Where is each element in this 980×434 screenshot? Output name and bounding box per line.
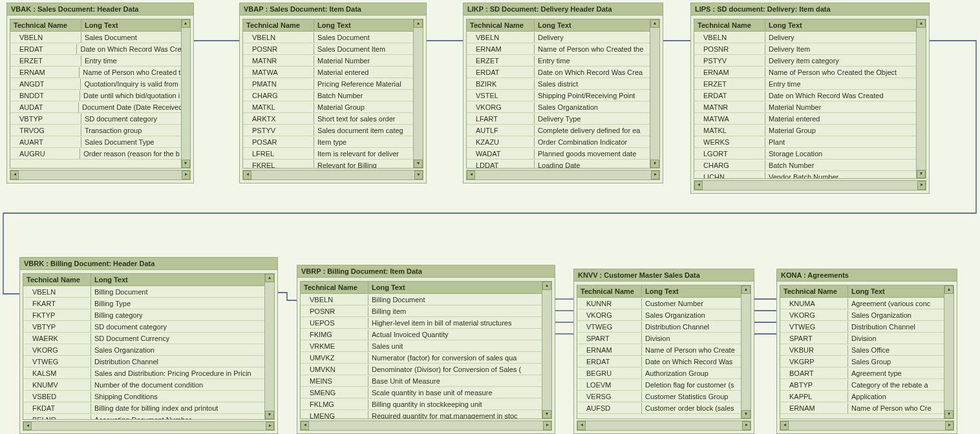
scroll-left-button[interactable]: ◂: [243, 170, 251, 180]
table-row[interactable]: VBELNDelivery: [467, 32, 650, 43]
table-row[interactable]: BOARTAgreement type: [780, 367, 944, 379]
table-row[interactable]: VKORGSales Organization: [467, 101, 650, 113]
table-row[interactable]: MATWAMaterial entered: [694, 113, 916, 125]
vertical-scrollbar[interactable]: ▴▾: [181, 19, 190, 168]
table-row[interactable]: MATKLMaterial Group: [694, 125, 916, 136]
table-row[interactable]: VKORGSales Organization: [577, 309, 741, 321]
scroll-left-button[interactable]: ◂: [694, 181, 703, 190]
table-row[interactable]: VKBURSales Office: [780, 344, 944, 356]
table-row[interactable]: UMVKZNumerator (factor) for conversion o…: [301, 352, 542, 364]
table-row[interactable]: POSNRBilling item: [301, 305, 542, 317]
scroll-up-button[interactable]: ▴: [182, 19, 190, 28]
vertical-scrollbar[interactable]: ▴▾: [413, 19, 423, 168]
scroll-right-button[interactable]: ▸: [543, 421, 551, 430]
scroll-right-button[interactable]: ▸: [414, 170, 423, 180]
table-row[interactable]: KALSMSales and Distribution: Pricing Pro…: [23, 367, 264, 379]
table-row[interactable]: ERDATDate on Which Record Was: [577, 356, 741, 367]
scroll-down-button[interactable]: ▾: [650, 160, 659, 168]
table-row[interactable]: AUFSDCustomer order block (sales: [577, 402, 741, 414]
table-row[interactable]: ERZETEntry time: [467, 55, 650, 67]
scroll-up-button[interactable]: ▴: [944, 285, 953, 294]
table-row[interactable]: VTWEGDistribution Channel: [780, 321, 944, 333]
scroll-right-button[interactable]: ▸: [945, 421, 953, 430]
table-row[interactable]: MATWAMaterial entered: [243, 67, 413, 78]
table-row[interactable]: ERZETEntry time: [10, 55, 181, 67]
table-row[interactable]: ERZETEntry time: [694, 78, 916, 90]
table-row[interactable]: LICHNVendor Batch Number: [694, 171, 916, 178]
horizontal-scrollbar[interactable]: ◂▸: [242, 170, 423, 180]
table-row[interactable]: CHARGBatch Number: [694, 160, 916, 171]
vertical-scrollbar[interactable]: ▴▾: [542, 282, 551, 418]
scroll-down-button[interactable]: ▾: [917, 170, 926, 178]
table-row[interactable]: LMENGRequired quantity for mat.managemen…: [301, 410, 542, 418]
table-row[interactable]: AUGRUOrder reason (reason for the b: [10, 148, 181, 160]
scroll-left-button[interactable]: ◂: [301, 421, 309, 430]
table-row[interactable]: ERNAMName of Person who Cre: [780, 402, 944, 414]
table-row[interactable]: MATNRMaterial Number: [694, 101, 916, 113]
table-row[interactable]: SMENGScale quantity in base unit of meas…: [301, 387, 542, 398]
table-row[interactable]: BEGRUAuthorization Group: [577, 367, 741, 379]
vertical-scrollbar[interactable]: ▴▾: [741, 285, 751, 418]
table-row[interactable]: LFRELItem is relevant for deliver: [243, 148, 413, 160]
table-row[interactable]: VTWEGDistribution Channel: [23, 356, 264, 367]
table-row[interactable]: KNUMAAgreement (various conc: [780, 298, 944, 309]
horizontal-scrollbar[interactable]: ◂▸: [300, 420, 552, 431]
scroll-up-button[interactable]: ▴: [741, 285, 751, 294]
table-row[interactable]: ERNAMName of Person who Created the Obje…: [694, 67, 916, 78]
scroll-right-button[interactable]: ▸: [917, 181, 926, 190]
table-row[interactable]: ARKTXShort text for sales order: [243, 113, 413, 125]
table-row[interactable]: ERDATDate on Which Record Was Crea: [10, 43, 181, 55]
scroll-up-button[interactable]: ▴: [414, 19, 423, 28]
table-row[interactable]: LFARTDelivery Type: [467, 113, 650, 125]
table-row[interactable]: VERSGCustomer Statistics Group: [577, 391, 741, 402]
table-row[interactable]: LGORTStorage Location: [694, 148, 916, 160]
table-row[interactable]: VBELNBilling Document: [23, 286, 264, 298]
table-row[interactable]: ABTYPCategory of the rebate a: [780, 379, 944, 391]
table-row[interactable]: AUDATDocument Date (Date Receivec: [10, 101, 181, 113]
horizontal-scrollbar[interactable]: ◂▸: [780, 420, 954, 431]
scroll-up-button[interactable]: ▴: [542, 282, 551, 290]
scroll-down-button[interactable]: ▾: [265, 411, 274, 419]
table-row[interactable]: ERDATDate on Which Record Was Created: [694, 90, 916, 101]
scroll-left-button[interactable]: ◂: [577, 421, 586, 430]
table-row[interactable]: ANGDTQuotation/Inquiry is valid from: [10, 78, 181, 90]
table-row[interactable]: FKIMGActual Invoiced Quantity: [301, 329, 542, 340]
table-row[interactable]: ERNAMName of Person who Created the: [467, 43, 650, 55]
scroll-right-button[interactable]: ▸: [266, 422, 274, 430]
table-row[interactable]: FKTYPBilling category: [23, 309, 264, 321]
table-row[interactable]: VBTYPSD document category: [23, 321, 264, 333]
horizontal-scrollbar[interactable]: ◂▸: [23, 421, 275, 431]
table-row[interactable]: FKDATBilling date for billing index and …: [23, 402, 264, 414]
table-row[interactable]: MATKLMaterial Group: [243, 101, 413, 113]
table-row[interactable]: VSBEDShipping Conditions: [23, 391, 264, 402]
table-row[interactable]: VBELNSales Document: [10, 32, 181, 43]
table-row[interactable]: TRVOGTransaction group: [10, 125, 181, 136]
table-row[interactable]: KZAZUOrder Combination Indicator: [467, 136, 650, 148]
table-row[interactable]: CHARGBatch Number: [243, 90, 413, 101]
table-row[interactable]: SPARTDivision: [780, 333, 944, 344]
table-row[interactable]: POSARItem type: [243, 136, 413, 148]
table-row[interactable]: KAPPLApplication: [780, 391, 944, 402]
table-row[interactable]: VBELNSales Document: [243, 32, 413, 43]
scroll-up-button[interactable]: ▴: [265, 274, 274, 282]
table-row[interactable]: PMATNPricing Reference Material: [243, 78, 413, 90]
table-row[interactable]: BZIRKSales district: [467, 78, 650, 90]
scroll-left-button[interactable]: ◂: [23, 422, 32, 430]
table-row[interactable]: POSNRSales Document Item: [243, 43, 413, 55]
table-row[interactable]: FKLMGBilling quantity in stockkeeping un…: [301, 398, 542, 410]
table-row[interactable]: BNDDTDate until which bid/quotation i: [10, 90, 181, 101]
table-row[interactable]: VSTELShipping Point/Receiving Point: [467, 90, 650, 101]
table-row[interactable]: UMVKNDenominator (Divisor) for Conversio…: [301, 364, 542, 375]
table-row[interactable]: LDDATLoading Date: [467, 160, 650, 168]
scroll-right-button[interactable]: ▸: [182, 170, 190, 180]
table-row[interactable]: ERNAMName of Person who Create: [577, 344, 741, 356]
table-row[interactable]: UEPOSHigher-level item in bill of materi…: [301, 317, 542, 329]
table-row[interactable]: VKORGSales Organization: [23, 344, 264, 356]
table-row[interactable]: VTWEGDistribution Channel: [577, 321, 741, 333]
table-row[interactable]: VBTYPSD document category: [10, 113, 181, 125]
horizontal-scrollbar[interactable]: ◂▸: [694, 180, 926, 191]
vertical-scrollbar[interactable]: ▴▾: [264, 274, 274, 419]
table-row[interactable]: KNUMVNumber of the document condition: [23, 379, 264, 391]
table-row[interactable]: VKORGSales Organization: [780, 309, 944, 321]
vertical-scrollbar[interactable]: ▴▾: [650, 19, 659, 168]
